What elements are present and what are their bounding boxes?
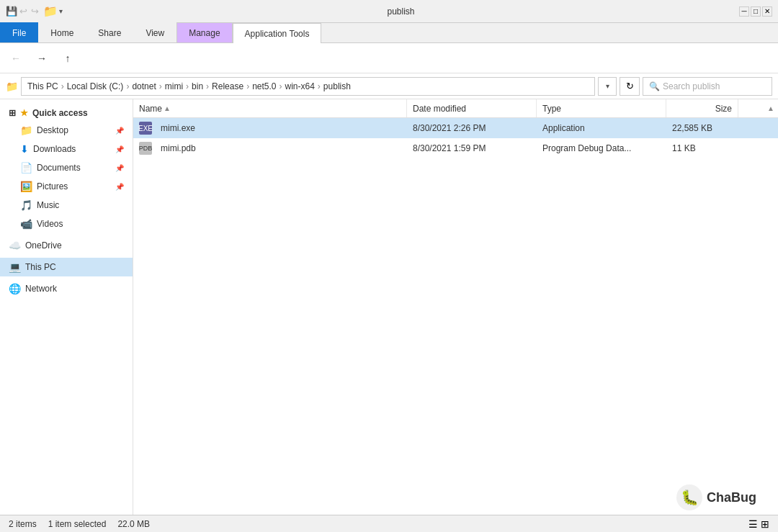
col-header-name[interactable]: Name ▲ [133,99,407,117]
tab-file[interactable]: File [0,22,38,42]
mimi-exe-name: mimi.exe [161,123,195,133]
selected-info: 1 item selected [48,519,107,529]
col-header-date[interactable]: Date modified [407,99,537,117]
undo-icon: ↩ [17,6,29,17]
sep3: › [159,81,162,91]
file-row-mimi-exe[interactable]: EXE mimi.exe 8/30/2021 2:26 PM Applicati… [133,118,778,138]
file-list: Name ▲ Date modified Type Size ▲ EXE mim… [133,99,778,515]
forward-button[interactable]: → [32,50,52,67]
network-icon: 🌐 [9,283,21,294]
save-icon: 💾 [6,6,17,17]
mimi-exe-date: 8/30/2021 2:26 PM [407,123,537,133]
toolbar: ← → ↑ [0,43,778,73]
file-name-mimi-pdb: PDB mimi.pdb [133,142,407,155]
downloads-label: Downloads [33,144,76,154]
breadcrumb-net50[interactable]: net5.0 [252,81,276,91]
back-button[interactable]: ← [6,50,26,67]
status-bar: 2 items 1 item selected 22.0 MB ☰ ⊞ [0,515,778,532]
address-bar: 📁 This PC › Local Disk (C:) › dotnet › m… [0,73,778,99]
sidebar-item-network[interactable]: 🌐 Network [0,279,133,298]
sidebar-item-downloads[interactable]: ⬇ Downloads 📌 [0,140,133,158]
sidebar-section-network: 🌐 Network [0,279,133,298]
tab-share[interactable]: Share [86,22,133,42]
breadcrumb-mimi[interactable]: mimi [165,81,183,91]
network-label: Network [25,284,57,294]
maximize-button[interactable]: □ [751,6,761,17]
search-icon: 🔍 [649,81,660,91]
pictures-icon: 🖼️ [20,181,32,192]
tab-application-tools[interactable]: Application Tools [233,23,322,43]
search-box[interactable]: 🔍 Search publish [643,77,772,96]
view-toggle: ☰ ⊞ [748,518,769,530]
chabug-logo: 🐛 ChaBug [676,484,756,510]
sidebar-item-music[interactable]: 🎵 Music [0,196,133,215]
sidebar-item-videos[interactable]: 📹 Videos [0,215,133,233]
pin-icon: 📌 [115,127,124,135]
desktop-label: Desktop [37,125,68,135]
quick-access-label: Quick access [32,108,88,118]
title-bar: 💾 ↩ ↪ 📁 ▾ publish ─ □ ✕ [0,0,778,23]
sidebar-item-onedrive[interactable]: ☁️ OneDrive [0,236,133,255]
list-view-button[interactable]: ☰ [748,518,758,530]
pictures-pin-icon: 📌 [115,183,124,191]
minimize-button[interactable]: ─ [739,6,749,17]
search-placeholder: Search publish [663,81,720,91]
sidebar-item-desktop[interactable]: 📁 Desktop 📌 [0,121,133,140]
this-pc-label: This PC [25,262,56,272]
onedrive-icon: ☁️ [9,240,21,251]
videos-icon: 📹 [20,218,32,230]
redo-icon: ↪ [29,6,40,17]
breadcrumb-winx64[interactable]: win-x64 [285,81,315,91]
breadcrumb-bin[interactable]: bin [192,81,203,91]
sidebar-item-documents[interactable]: 📄 Documents 📌 [0,158,133,177]
file-name-mimi-exe: EXE mimi.exe [133,122,407,135]
folder-breadcrumb-icon: 📁 [6,81,18,92]
breadcrumb[interactable]: This PC › Local Disk (C:) › dotnet › mim… [21,77,595,96]
sidebar-section-this-pc: 💻 This PC [0,258,133,276]
music-label: Music [37,200,59,210]
documents-pin-icon: 📌 [115,164,124,172]
chabug-label: ChaBug [707,490,756,505]
desktop-icon: 📁 [20,125,32,136]
this-pc-icon: 💻 [9,261,21,273]
breadcrumb-local-disk[interactable]: Local Disk (C:) [67,81,124,91]
breadcrumb-this-pc[interactable]: This PC [27,81,58,91]
breadcrumb-publish[interactable]: publish [323,81,351,91]
sep2: › [126,81,129,91]
close-button[interactable]: ✕ [762,6,772,17]
tab-view[interactable]: View [133,22,176,42]
breadcrumb-dotnet[interactable]: dotnet [132,81,156,91]
up-button[interactable]: ↑ [58,50,78,67]
sidebar: ⊞ ★ Quick access 📁 Desktop 📌 ⬇ Downloads… [0,99,133,515]
mimi-pdb-date: 8/30/2021 1:59 PM [407,143,537,153]
address-dropdown-button[interactable]: ▾ [598,77,617,96]
documents-icon: 📄 [20,162,32,173]
mimi-pdb-size: 11 KB [666,143,738,153]
sidebar-item-this-pc[interactable]: 💻 This PC [0,258,133,276]
grid-view-button[interactable]: ⊞ [761,518,769,530]
sidebar-section-quick-access: ⊞ ★ Quick access 📁 Desktop 📌 ⬇ Downloads… [0,105,133,233]
sidebar-item-pictures[interactable]: 🖼️ Pictures 📌 [0,177,133,196]
file-row-mimi-pdb[interactable]: PDB mimi.pdb 8/30/2021 1:59 PM Program D… [133,138,778,158]
exe-file-icon: EXE [139,122,152,135]
col-expand-icon: ▲ [764,104,778,112]
pdb-file-icon: PDB [139,142,152,155]
tab-home[interactable]: Home [38,22,86,42]
col-header-type[interactable]: Type [537,99,666,117]
downloads-pin-icon: 📌 [115,145,124,153]
sort-arrow-icon: ▲ [164,104,171,112]
main-area: ⊞ ★ Quick access 📁 Desktop 📌 ⬇ Downloads… [0,99,778,515]
breadcrumb-release[interactable]: Release [212,81,243,91]
sep4: › [186,81,189,91]
chevron-right-icon: ⊞ [9,108,16,118]
items-count: 2 items [9,519,37,529]
refresh-button[interactable]: ↻ [620,77,640,96]
window-title: publish [63,6,739,17]
sidebar-section-onedrive: ☁️ OneDrive [0,236,133,255]
tab-manage[interactable]: Manage [176,22,232,42]
mimi-pdb-name: mimi.pdb [161,143,196,153]
mimi-pdb-type: Program Debug Data... [537,143,666,153]
col-header-size[interactable]: Size [666,99,738,117]
sep7: › [280,81,282,91]
sidebar-header-quick-access[interactable]: ⊞ ★ Quick access [0,105,133,121]
